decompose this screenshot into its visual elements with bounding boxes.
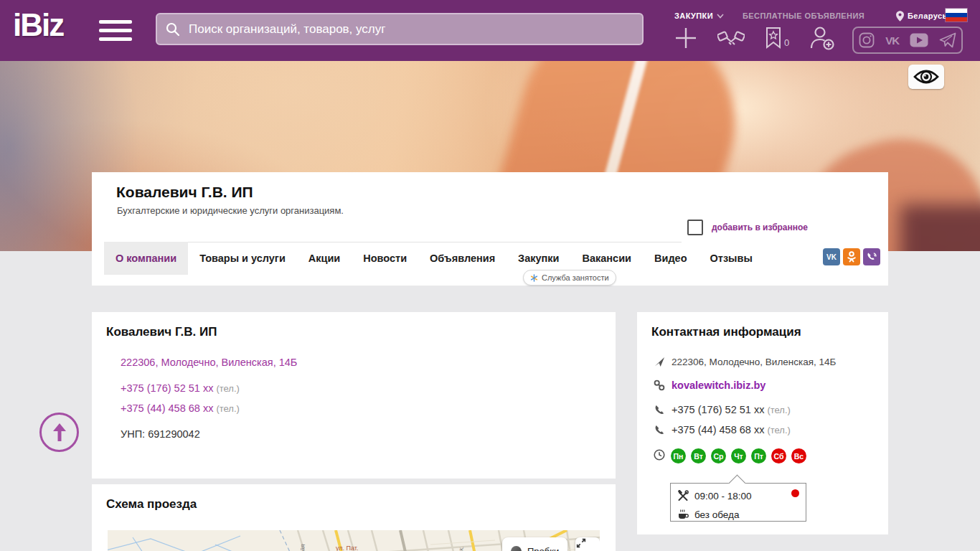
share-viber-icon[interactable] — [863, 248, 880, 265]
contact-address-row: 222306, Молодечно, Виленская, 14Б — [653, 357, 836, 367]
views-eye-button[interactable] — [908, 65, 944, 89]
day-badge-sun[interactable]: Вс — [791, 448, 806, 463]
map-card-title: Схема проезда — [106, 497, 197, 512]
nav-free-ads[interactable]: БЕСПЛАТНЫЕ ОБЪЯВЛЕНИЯ — [743, 11, 864, 20]
top-nav: ЗАКУПКИ БЕСПЛАТНЫЕ ОБЪЯВЛЕНИЯ Беларусь — [674, 10, 980, 22]
phone-link[interactable]: +375 (44) 458 68 xx (тел.) — [121, 402, 240, 414]
chevron-down-icon — [717, 14, 724, 19]
day-badge-thu[interactable]: Чт — [731, 448, 746, 463]
company-title: Ковалевич Г.В. ИП — [116, 184, 253, 201]
unp-number: УНП: 691290042 — [121, 428, 200, 440]
navigation-arrow-icon — [653, 357, 666, 367]
contact-website-row: kovalewitch.ibiz.by — [653, 380, 765, 391]
site-logo[interactable]: iBiz — [13, 9, 63, 41]
tab-reviews[interactable]: Отзывы — [699, 242, 764, 275]
search-input[interactable] — [187, 22, 592, 37]
weekday-schedule: Пн Вт Ср Чт Пт Сб Вс — [671, 448, 811, 463]
add-plus-icon[interactable] — [674, 27, 697, 50]
arrow-up-icon — [52, 423, 67, 442]
phone-link[interactable]: +375 (176) 52 51 xx (тел.) — [121, 382, 240, 394]
day-badge-mon[interactable]: Пн — [671, 448, 686, 463]
day-badge-fri[interactable]: Пт — [751, 448, 766, 463]
search-icon — [166, 22, 180, 37]
clock-icon — [653, 449, 666, 461]
favorites-bookmark-icon[interactable]: 0 — [765, 27, 789, 50]
hero-sleeve-shape — [900, 204, 980, 251]
working-hours: 09:00 - 18:00 — [694, 491, 752, 501]
company-header-card: Ковалевич Г.В. ИП Бухгалтерские и юридич… — [92, 172, 888, 286]
header: iBiz ЗАКУПКИ БЕСПЛАТНЫЕ ОБЪЯВЛЕНИЯ Белар… — [0, 0, 980, 61]
contact-phone[interactable]: +375 (176) 52 51 xx (тел.) — [672, 404, 791, 415]
add-user-icon[interactable] — [809, 26, 835, 50]
contact-card-title: Контактная информация — [651, 325, 801, 339]
tab-video[interactable]: Видео — [643, 242, 699, 275]
favorite-label: добавить в избранное — [712, 222, 808, 232]
tab-news[interactable]: Новости — [352, 242, 418, 275]
day-badge-wed[interactable]: Ср — [711, 448, 726, 463]
contact-phone-row: +375 (176) 52 51 xx (тел.) — [653, 404, 791, 415]
flag-russia-icon[interactable] — [946, 9, 967, 22]
share-buttons: VK — [820, 248, 880, 265]
map-canvas[interactable]: Лесная ховск. ул. Пат. Пробки — [108, 530, 600, 551]
street-label: ул. Пат. — [336, 545, 358, 551]
add-to-favorites[interactable]: добавить в избранное — [687, 220, 808, 235]
favorite-checkbox[interactable] — [687, 220, 703, 235]
tab-about[interactable]: О компании — [104, 242, 188, 275]
header-social-links: VK — [852, 27, 963, 54]
contact-info-card: Контактная информация 222306, Молодечно,… — [637, 312, 888, 534]
schedule-tooltip: 09:00 - 18:00 без обеда — [670, 483, 806, 522]
phone-icon — [653, 405, 666, 415]
phone-icon — [653, 425, 666, 435]
lunch-row: без обеда — [671, 505, 806, 524]
contact-phone-row: +375 (44) 458 68 xx (тел.) — [653, 424, 791, 435]
handshake-icon[interactable] — [717, 27, 745, 49]
day-badge-tue[interactable]: Вт — [691, 448, 706, 463]
schedule-row — [653, 449, 666, 461]
website-link[interactable]: kovalewitch.ibiz.by — [672, 380, 765, 391]
company-subtitle: Бухгалтерские и юридические услуги орган… — [117, 205, 344, 216]
page: iBiz ЗАКУПКИ БЕСПЛАТНЫЕ ОБЪЯВЛЕНИЯ Белар… — [0, 0, 980, 551]
traffic-button[interactable]: Пробки — [502, 537, 567, 551]
tab-products[interactable]: Товары и услуги — [188, 242, 297, 275]
share-odnoklassniki-icon[interactable] — [843, 248, 860, 265]
link-icon — [653, 380, 666, 391]
eye-icon — [913, 68, 939, 85]
contact-phone[interactable]: +375 (44) 458 68 xx (тел.) — [672, 424, 791, 435]
favorites-count: 0 — [784, 37, 789, 48]
traffic-light-icon — [511, 546, 522, 551]
sparkle-icon — [530, 274, 538, 282]
coffee-cup-icon — [677, 509, 689, 520]
youtube-icon[interactable] — [910, 33, 928, 47]
vk-icon[interactable]: VK — [885, 34, 899, 47]
lunch-info: без обеда — [694, 509, 739, 520]
tab-bar: О компании Товары и услуги Акции Новости… — [104, 242, 764, 275]
hamburger-menu-icon[interactable] — [99, 20, 132, 46]
scroll-to-top-button[interactable] — [39, 413, 79, 452]
tab-promotions[interactable]: Акции — [297, 242, 352, 275]
expand-icon — [575, 537, 587, 549]
nav-country[interactable]: Беларусь — [896, 11, 948, 22]
contact-address: 222306, Молодечно, Виленская, 14Б — [672, 357, 836, 367]
instagram-icon[interactable] — [859, 32, 875, 48]
location-pin-icon — [896, 11, 904, 22]
tab-ads[interactable]: Объявления — [418, 242, 507, 275]
day-badge-sat[interactable]: Сб — [771, 448, 786, 463]
header-icon-row: 0 — [674, 26, 855, 50]
search-bar — [156, 13, 644, 45]
tools-icon — [677, 490, 689, 501]
info-card-title: Ковалевич Г.В. ИП — [106, 325, 217, 339]
company-info-card: Ковалевич Г.В. ИП 222306, Молодечно, Вил… — [92, 312, 616, 479]
fullscreen-map-button[interactable] — [575, 537, 600, 551]
map-card: Схема проезда — [92, 484, 616, 551]
nav-purchases[interactable]: ЗАКУПКИ — [674, 11, 724, 20]
share-vk-icon[interactable]: VK — [823, 248, 840, 265]
employment-service-badge[interactable]: Служба занятости — [523, 270, 616, 286]
telegram-icon[interactable] — [939, 32, 956, 48]
status-dot — [791, 489, 799, 497]
company-address-link[interactable]: 222306, Молодечно, Виленская, 14Б — [121, 357, 297, 368]
